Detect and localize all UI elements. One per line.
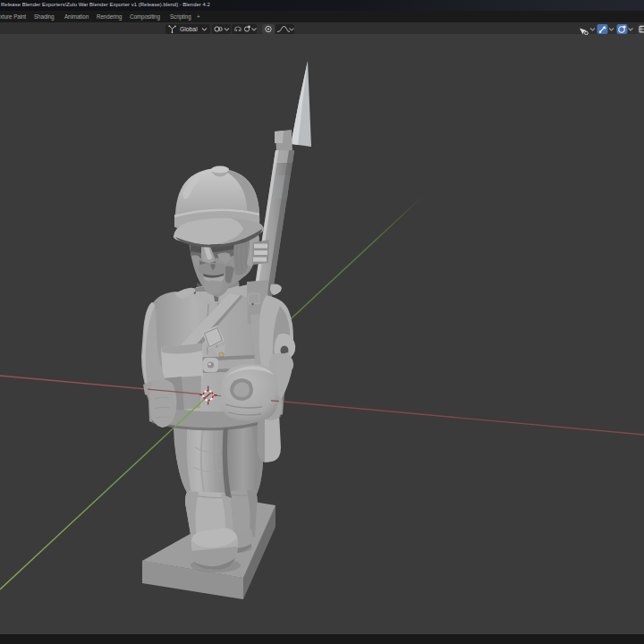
svg-text:Global: Global <box>180 26 198 32</box>
